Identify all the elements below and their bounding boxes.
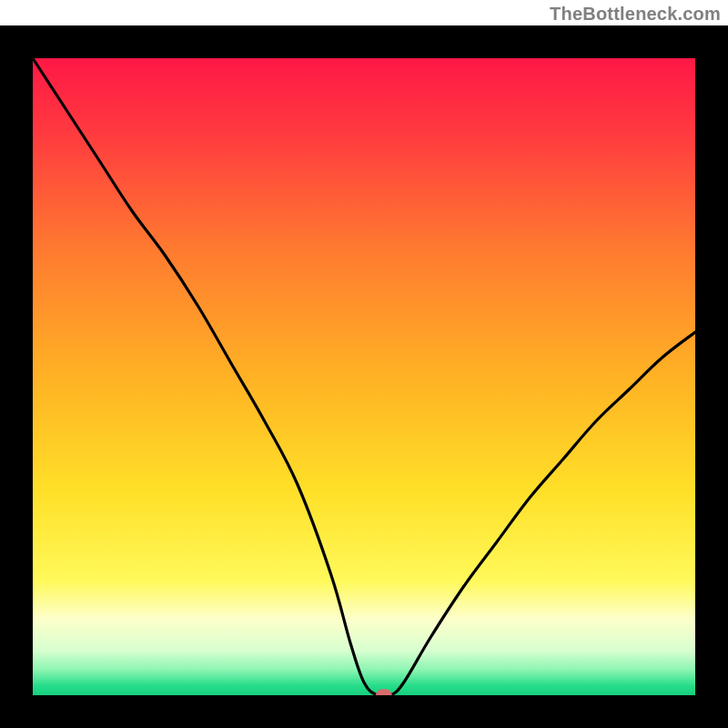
frame-top	[0, 25, 728, 58]
bottleneck-chart: TheBottleneck.com	[0, 0, 728, 728]
plot-background	[33, 58, 695, 695]
chart-svg	[0, 0, 728, 728]
frame-bottom	[0, 695, 728, 728]
frame-left	[0, 25, 33, 728]
attribution-text: TheBottleneck.com	[550, 4, 721, 25]
frame-right	[695, 25, 728, 728]
